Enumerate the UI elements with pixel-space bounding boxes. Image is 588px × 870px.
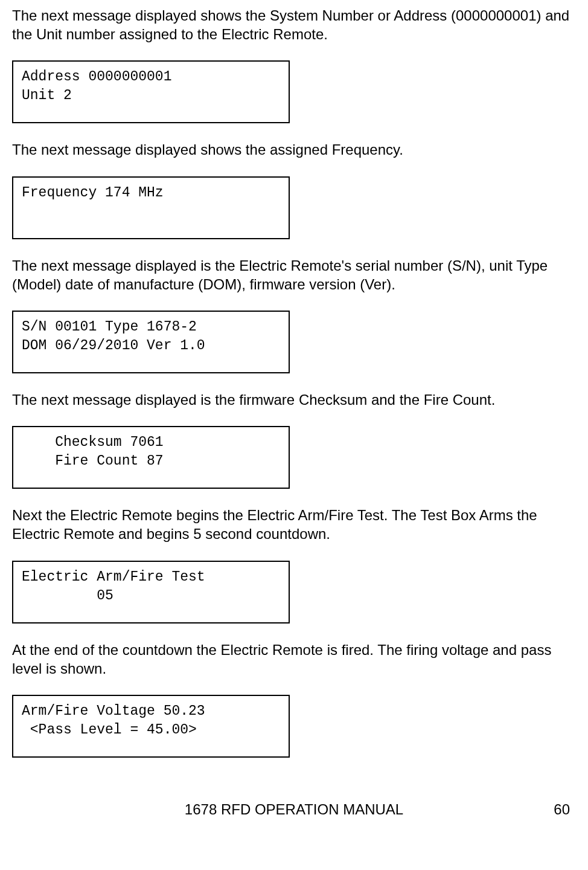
paragraph-frequency: The next message displayed shows the ass… bbox=[12, 140, 576, 159]
display-line: Arm/Fire Voltage 50.23 bbox=[22, 702, 280, 721]
display-line: Address 0000000001 bbox=[22, 68, 280, 86]
display-line: <Pass Level = 45.00> bbox=[22, 721, 280, 740]
paragraph-armfire-result: At the end of the countdown the Electric… bbox=[12, 640, 576, 678]
display-line: Unit 2 bbox=[22, 86, 280, 105]
display-box-armfire-test: Electric Arm/Fire Test 05 bbox=[12, 561, 290, 624]
display-line: Frequency 174 MHz bbox=[22, 184, 280, 202]
display-line: 05 bbox=[22, 587, 280, 605]
paragraph-address-unit: The next message displayed shows the Sys… bbox=[12, 6, 576, 44]
paragraph-checksum: The next message displayed is the firmwa… bbox=[12, 390, 576, 409]
footer-title: 1678 RFD OPERATION MANUAL bbox=[54, 800, 534, 819]
display-box-armfire-result: Arm/Fire Voltage 50.23 <Pass Level = 45.… bbox=[12, 695, 290, 758]
display-line: Fire Count 87 bbox=[22, 452, 280, 471]
display-line: DOM 06/29/2010 Ver 1.0 bbox=[22, 337, 280, 355]
display-box-address: Address 0000000001 Unit 2 bbox=[12, 60, 290, 123]
page-footer: 1678 RFD OPERATION MANUAL 60 bbox=[12, 800, 576, 819]
display-box-checksum: Checksum 7061 Fire Count 87 bbox=[12, 426, 290, 489]
paragraph-armfire-test: Next the Electric Remote begins the Elec… bbox=[12, 506, 576, 543]
display-line: Checksum 7061 bbox=[22, 433, 280, 452]
display-line: Electric Arm/Fire Test bbox=[22, 568, 280, 587]
display-box-frequency: Frequency 174 MHz bbox=[12, 176, 290, 239]
footer-page-number: 60 bbox=[534, 800, 570, 819]
paragraph-serial: The next message displayed is the Electr… bbox=[12, 256, 576, 294]
display-line: S/N 00101 Type 1678-2 bbox=[22, 318, 280, 337]
display-box-serial: S/N 00101 Type 1678-2 DOM 06/29/2010 Ver… bbox=[12, 311, 290, 373]
